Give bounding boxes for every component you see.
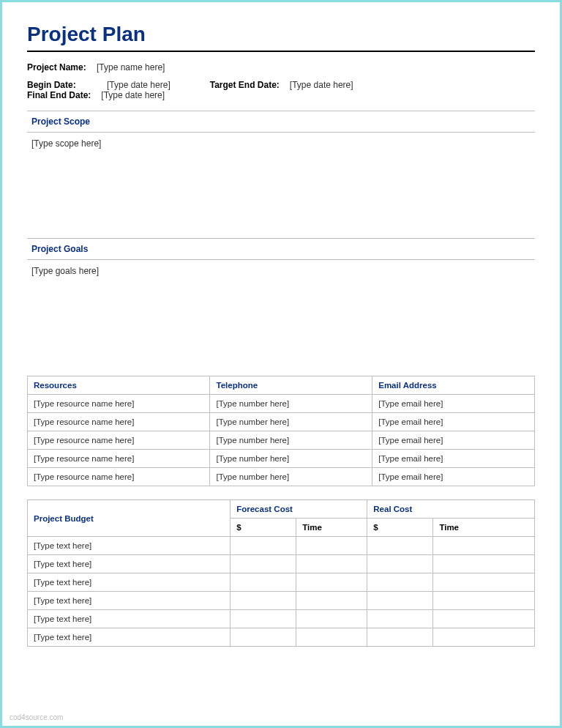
table-row: [Type resource name here] [Type number h…: [28, 468, 535, 486]
real-time-cell[interactable]: [433, 610, 535, 628]
telephone-col-header: Telephone: [210, 376, 372, 395]
project-name-row: Project Name: [Type name here]: [27, 62, 535, 73]
real-dollar-cell[interactable]: [367, 610, 433, 628]
table-row: [Type text here]: [28, 610, 535, 628]
target-end-date-value[interactable]: [Type date here]: [290, 80, 353, 90]
goals-header: Project Goals: [27, 238, 535, 260]
target-end-date-label: Target End Date:: [210, 80, 280, 90]
resources-col-header: Resources: [28, 376, 210, 395]
budget-item-cell[interactable]: [Type text here]: [28, 610, 231, 628]
project-name-value[interactable]: [Type name here]: [97, 62, 165, 73]
telephone-cell[interactable]: [Type number here]: [210, 395, 372, 413]
forecast-dollar-cell[interactable]: [231, 537, 296, 555]
real-time-cell[interactable]: [433, 555, 535, 573]
email-cell[interactable]: [Type email here]: [372, 450, 535, 468]
document-frame: Project Plan Project Name: [Type name he…: [0, 0, 562, 728]
final-end-date-label: Final End Date:: [27, 90, 91, 100]
forecast-header: Forecast Cost: [231, 500, 367, 519]
real-time-cell[interactable]: [433, 592, 535, 610]
email-cell[interactable]: [Type email here]: [372, 468, 535, 486]
goals-body[interactable]: [Type goals here]: [27, 260, 535, 363]
project-name-label: Project Name:: [27, 62, 97, 73]
forecast-time-cell[interactable]: [296, 573, 367, 592]
budget-item-cell[interactable]: [Type text here]: [28, 573, 231, 592]
table-row: [Type text here]: [28, 537, 535, 555]
forecast-dollar-cell[interactable]: [231, 573, 296, 592]
budget-header-row-1: Project Budget Forecast Cost Real Cost: [28, 500, 535, 519]
resources-header-row: Resources Telephone Email Address: [28, 376, 535, 395]
table-row: [Type resource name here] [Type number h…: [28, 431, 535, 450]
final-end-date-value[interactable]: [Type date here]: [101, 90, 165, 100]
resource-name-cell[interactable]: [Type resource name here]: [28, 431, 210, 450]
forecast-dollar-cell[interactable]: [231, 610, 296, 628]
real-time-cell[interactable]: [433, 537, 535, 555]
forecast-time-cell[interactable]: [296, 610, 367, 628]
begin-date-pair: Begin Date: [Type date here]: [27, 80, 192, 90]
table-row: [Type resource name here] [Type number h…: [28, 450, 535, 468]
email-col-header: Email Address: [372, 376, 535, 395]
real-dollar-cell[interactable]: [367, 573, 433, 592]
telephone-cell[interactable]: [Type number here]: [210, 431, 372, 450]
email-cell[interactable]: [Type email here]: [372, 413, 535, 431]
resource-name-cell[interactable]: [Type resource name here]: [28, 395, 210, 413]
dates-row: Begin Date: [Type date here] Target End …: [27, 80, 535, 100]
real-dollar-cell[interactable]: [367, 592, 433, 610]
document-title: Project Plan: [27, 23, 535, 46]
telephone-cell[interactable]: [Type number here]: [210, 450, 372, 468]
budget-item-cell[interactable]: [Type text here]: [28, 537, 231, 555]
table-row: [Type resource name here] [Type number h…: [28, 395, 535, 413]
resource-name-cell[interactable]: [Type resource name here]: [28, 413, 210, 431]
budget-item-cell[interactable]: [Type text here]: [28, 592, 231, 610]
email-cell[interactable]: [Type email here]: [372, 431, 535, 450]
budget-main-header: Project Budget: [28, 500, 231, 537]
forecast-time-cell[interactable]: [296, 628, 367, 647]
real-dollar-cell[interactable]: [367, 537, 433, 555]
resources-table: Resources Telephone Email Address [Type …: [27, 376, 535, 486]
table-row: [Type text here]: [28, 573, 535, 592]
resource-name-cell[interactable]: [Type resource name here]: [28, 450, 210, 468]
real-header: Real Cost: [367, 500, 535, 519]
forecast-dollar-cell[interactable]: [231, 592, 296, 610]
real-dollar-header: $: [367, 519, 433, 537]
begin-date-value[interactable]: [Type date here]: [107, 80, 171, 90]
telephone-cell[interactable]: [Type number here]: [210, 413, 372, 431]
table-row: [Type text here]: [28, 628, 535, 647]
scope-header: Project Scope: [27, 111, 535, 133]
forecast-time-cell[interactable]: [296, 555, 367, 573]
forecast-dollar-cell[interactable]: [231, 628, 296, 647]
telephone-cell[interactable]: [Type number here]: [210, 468, 372, 486]
watermark: cod4source.com: [10, 713, 63, 721]
target-end-date-pair: Target End Date: [Type date here]: [210, 80, 375, 90]
real-dollar-cell[interactable]: [367, 628, 433, 647]
real-time-cell[interactable]: [433, 573, 535, 592]
begin-date-label: Begin Date:: [27, 80, 97, 90]
forecast-dollar-cell[interactable]: [231, 555, 296, 573]
budget-item-cell[interactable]: [Type text here]: [28, 555, 231, 573]
forecast-time-header: Time: [296, 519, 367, 537]
table-row: [Type text here]: [28, 555, 535, 573]
forecast-dollar-header: $: [231, 519, 296, 537]
real-time-cell[interactable]: [433, 628, 535, 647]
forecast-time-cell[interactable]: [296, 537, 367, 555]
table-row: [Type resource name here] [Type number h…: [28, 413, 535, 431]
email-cell[interactable]: [Type email here]: [372, 395, 535, 413]
title-rule: [27, 51, 535, 52]
forecast-time-cell[interactable]: [296, 592, 367, 610]
real-time-header: Time: [433, 519, 535, 537]
table-row: [Type text here]: [28, 592, 535, 610]
real-dollar-cell[interactable]: [367, 555, 433, 573]
scope-body[interactable]: [Type scope here]: [27, 133, 535, 228]
resource-name-cell[interactable]: [Type resource name here]: [28, 468, 210, 486]
budget-table: Project Budget Forecast Cost Real Cost $…: [27, 499, 535, 647]
final-end-date-pair: Final End Date: [Type date here]: [27, 90, 187, 100]
budget-item-cell[interactable]: [Type text here]: [28, 628, 231, 647]
